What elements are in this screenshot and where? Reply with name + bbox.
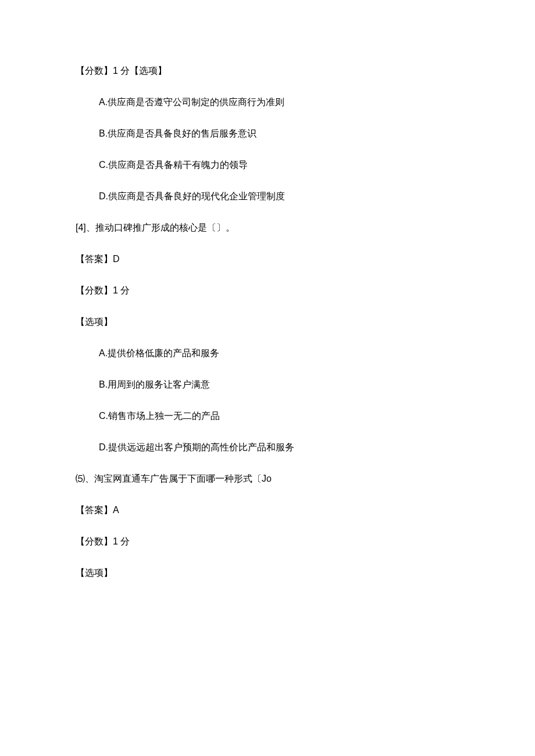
- q3-score-options-line: 【分数】1 分【选项】: [76, 64, 459, 78]
- q4-answer: 【答案】D: [76, 252, 459, 266]
- q3-options: A.供应商是否遵守公司制定的供应商行为准则 B.供应商是否具备良好的售后服务意识…: [76, 95, 459, 203]
- q5-score: 【分数】1 分: [76, 535, 459, 549]
- q5-answer: 【答案】A: [76, 503, 459, 517]
- q4-options: A.提供价格低廉的产品和服务 B.用周到的服务让客户满意 C.销售市场上独一无二…: [76, 346, 459, 454]
- q3-option-c: C.供应商是否具备精干有魄力的领导: [99, 158, 459, 172]
- document-page: 【分数】1 分【选项】 A.供应商是否遵守公司制定的供应商行为准则 B.供应商是…: [0, 0, 535, 632]
- q4-option-b: B.用周到的服务让客户满意: [99, 378, 459, 392]
- q4-option-d: D.提供远远超出客户预期的高性价比产品和服务: [99, 440, 459, 454]
- q4-option-c: C.销售市场上独一无二的产品: [99, 409, 459, 423]
- q4-question: [4]、推动口碑推广形成的核心是〔〕。: [76, 221, 459, 235]
- q4-options-label: 【选项】: [76, 315, 459, 329]
- q5-question: ⑸、淘宝网直通车广告属于下面哪一种形式〔Jo: [76, 472, 459, 486]
- q3-option-a: A.供应商是否遵守公司制定的供应商行为准则: [99, 95, 459, 109]
- q4-option-a: A.提供价格低廉的产品和服务: [99, 346, 459, 360]
- q3-option-b: B.供应商是否具备良好的售后服务意识: [99, 127, 459, 141]
- q5-options-label: 【选项】: [76, 566, 459, 580]
- q3-option-d: D.供应商是否具备良好的现代化企业管理制度: [99, 189, 459, 203]
- q4-score: 【分数】1 分: [76, 284, 459, 298]
